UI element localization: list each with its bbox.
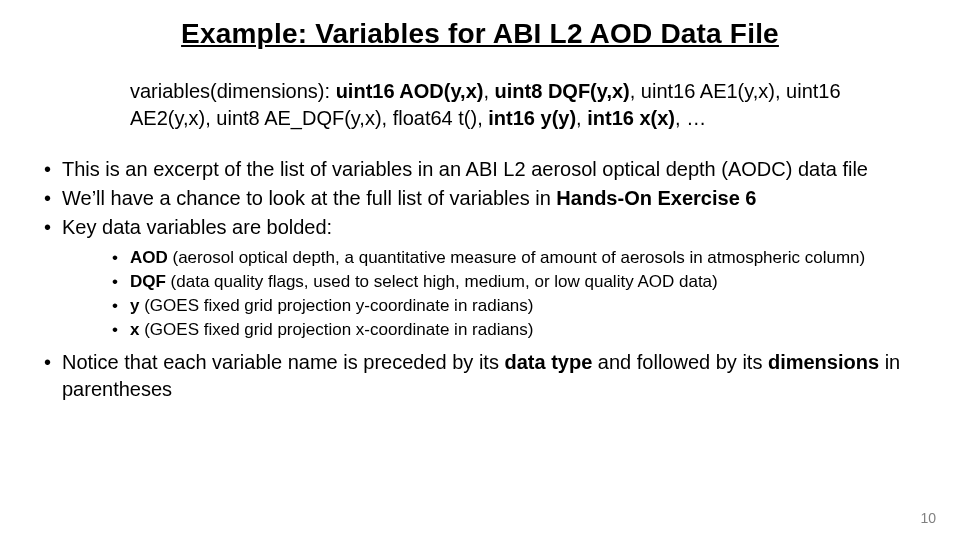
bullet-2-bold: Hands-On Exercise 6 [556, 187, 756, 209]
variables-item-5: , [576, 107, 587, 129]
bullet-2: We’ll have a chance to look at the full … [40, 185, 920, 212]
sub-bullet-3: x (GOES fixed grid projection x-coordina… [110, 319, 920, 341]
bullet-1: This is an excerpt of the list of variab… [40, 156, 920, 183]
bullet-3-text: Key data variables are bolded: [62, 216, 332, 238]
sub-bullet-0: AOD (aerosol optical depth, a quantitati… [110, 247, 920, 269]
variables-item-0: uint16 AOD(y,x) [336, 80, 484, 102]
bullet-4-pre: Notice that each variable name is preced… [62, 351, 504, 373]
variables-item-4: int16 y(y) [488, 107, 576, 129]
bullet-list: This is an excerpt of the list of variab… [40, 156, 920, 403]
sub-bullet-1-bold: DQF [130, 272, 166, 291]
bullet-4: Notice that each variable name is preced… [40, 349, 920, 403]
variables-prefix: variables(dimensions): [130, 80, 336, 102]
variables-block: variables(dimensions): uint16 AOD(y,x), … [130, 78, 870, 132]
variables-item-2: uint8 DQF(y,x) [495, 80, 630, 102]
variables-item-1: , [483, 80, 494, 102]
bullet-4-mid: and followed by its [592, 351, 768, 373]
sub-bullet-2: y (GOES fixed grid projection y-coordina… [110, 295, 920, 317]
sub-bullet-2-rest: (GOES fixed grid projection y-coordinate… [139, 296, 533, 315]
bullet-2-pre: We’ll have a chance to look at the full … [62, 187, 556, 209]
sub-bullet-list: AOD (aerosol optical depth, a quantitati… [62, 247, 920, 341]
slide: Example: Variables for ABI L2 AOD Data F… [0, 0, 960, 540]
variables-item-6: int16 x(x) [587, 107, 675, 129]
bullet-3: Key data variables are bolded: AOD (aero… [40, 214, 920, 341]
page-number: 10 [920, 510, 936, 526]
sub-bullet-1: DQF (data quality flags, used to select … [110, 271, 920, 293]
sub-bullet-1-rest: (data quality flags, used to select high… [166, 272, 718, 291]
sub-bullet-3-rest: (GOES fixed grid projection x-coordinate… [139, 320, 533, 339]
variables-item-7: , … [675, 107, 706, 129]
bullet-4-bold-1: data type [504, 351, 592, 373]
sub-bullet-0-bold: AOD [130, 248, 168, 267]
slide-title: Example: Variables for ABI L2 AOD Data F… [40, 18, 920, 50]
sub-bullet-0-rest: (aerosol optical depth, a quantitative m… [168, 248, 865, 267]
bullet-4-bold-2: dimensions [768, 351, 879, 373]
bullet-1-text: This is an excerpt of the list of variab… [62, 158, 868, 180]
